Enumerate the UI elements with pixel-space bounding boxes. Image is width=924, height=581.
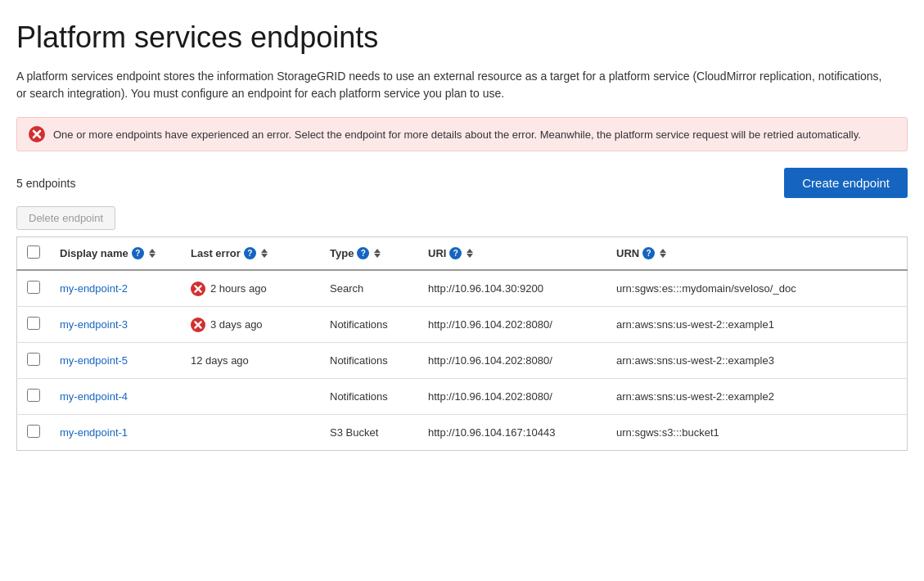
error-banner-text: One or more endpoints have experienced a…: [53, 128, 861, 141]
display-name-sort[interactable]: [149, 249, 156, 258]
endpoint-type-0: Search: [320, 270, 418, 307]
endpoint-type-2: Notifications: [320, 343, 418, 379]
page-description: A platform services endpoint stores the …: [16, 68, 884, 102]
table-row: my-endpoint-1S3 Buckethttp://10.96.104.1…: [17, 415, 908, 451]
endpoint-urn-4: urn:sgws:s3:::bucket1: [606, 415, 908, 451]
toolbar: 5 endpoints Create endpoint: [16, 168, 908, 198]
endpoint-type-3: Notifications: [320, 379, 418, 415]
endpoint-uri-3: http://10.96.104.202:8080/: [418, 379, 606, 415]
endpoint-uri-0: http://10.96.104.30:9200: [418, 270, 606, 307]
th-last-error-label: Last error: [191, 247, 241, 259]
row-checkbox-2[interactable]: [27, 353, 40, 366]
delete-endpoint-button[interactable]: Delete endpoint: [16, 206, 115, 230]
th-uri-label: URI: [428, 247, 446, 259]
th-display-name-label: Display name: [60, 247, 128, 259]
endpoint-name-0[interactable]: my-endpoint-2: [60, 282, 128, 295]
th-urn-label: URN: [616, 247, 639, 259]
select-all-checkbox[interactable]: [27, 245, 40, 259]
endpoint-name-2[interactable]: my-endpoint-5: [60, 354, 128, 367]
table-row: my-endpoint-3 3 days ago Notificationsht…: [17, 307, 908, 343]
row-checkbox-1[interactable]: [27, 317, 40, 330]
type-help-icon[interactable]: ?: [357, 247, 369, 259]
display-name-help-icon[interactable]: ?: [132, 247, 144, 259]
error-dot-icon-1: [191, 318, 205, 332]
endpoint-name-4[interactable]: my-endpoint-1: [60, 426, 128, 439]
actions-row: Delete endpoint: [16, 206, 908, 230]
row-checkbox-0[interactable]: [27, 281, 40, 294]
endpoint-urn-1: arn:aws:sns:us-west-2::example1: [606, 307, 908, 343]
endpoint-uri-1: http://10.96.104.202:8080/: [418, 307, 606, 343]
th-last-error: Last error ?: [181, 237, 320, 271]
last-error-text-1: 3 days ago: [210, 318, 263, 331]
error-banner: One or more endpoints have experienced a…: [16, 117, 908, 151]
type-sort[interactable]: [374, 249, 381, 258]
endpoint-uri-4: http://10.96.104.167:10443: [418, 415, 606, 451]
last-error-text-2: 12 days ago: [191, 354, 249, 367]
endpoints-table: Display name ? Last error ?: [16, 236, 908, 451]
table-header-row: Display name ? Last error ?: [17, 237, 908, 271]
endpoint-type-4: S3 Bucket: [320, 415, 418, 451]
th-uri: URI ?: [418, 237, 606, 271]
table-row: my-endpoint-512 days agoNotificationshtt…: [17, 343, 908, 379]
th-type-label: Type: [330, 247, 354, 259]
endpoint-uri-2: http://10.96.104.202:8080/: [418, 343, 606, 379]
endpoint-name-1[interactable]: my-endpoint-3: [60, 318, 128, 331]
endpoint-count: 5 endpoints: [16, 177, 75, 190]
uri-sort[interactable]: [467, 249, 473, 258]
endpoint-urn-3: arn:aws:sns:us-west-2::example2: [606, 379, 908, 415]
row-checkbox-4[interactable]: [27, 425, 40, 438]
last-error-help-icon[interactable]: ?: [244, 247, 256, 259]
th-type: Type ?: [320, 237, 418, 271]
uri-help-icon[interactable]: ?: [449, 247, 462, 259]
endpoint-urn-2: arn:aws:sns:us-west-2::example3: [606, 343, 908, 379]
urn-sort[interactable]: [660, 249, 666, 258]
last-error-cell-1: 3 days ago: [191, 318, 310, 332]
endpoint-type-1: Notifications: [320, 307, 418, 343]
endpoint-urn-0: urn:sgws:es:::mydomain/sveloso/_doc: [606, 270, 908, 307]
table-row: my-endpoint-4Notificationshttp://10.96.1…: [17, 379, 908, 415]
th-display-name: Display name ?: [50, 237, 181, 271]
last-error-sort[interactable]: [261, 249, 268, 258]
select-all-header: [17, 237, 51, 271]
last-error-text-0: 2 hours ago: [210, 282, 267, 295]
th-urn: URN ?: [606, 237, 908, 271]
error-dot-icon-0: [191, 281, 205, 296]
urn-help-icon[interactable]: ?: [642, 247, 655, 259]
row-checkbox-3[interactable]: [27, 389, 40, 402]
create-endpoint-button[interactable]: Create endpoint: [784, 168, 908, 198]
last-error-cell-0: 2 hours ago: [191, 281, 310, 296]
page-title: Platform services endpoints: [16, 20, 908, 55]
error-banner-icon: [29, 126, 45, 142]
endpoint-name-3[interactable]: my-endpoint-4: [60, 390, 128, 403]
table-row: my-endpoint-2 2 hours ago Searchhttp://1…: [17, 270, 908, 307]
